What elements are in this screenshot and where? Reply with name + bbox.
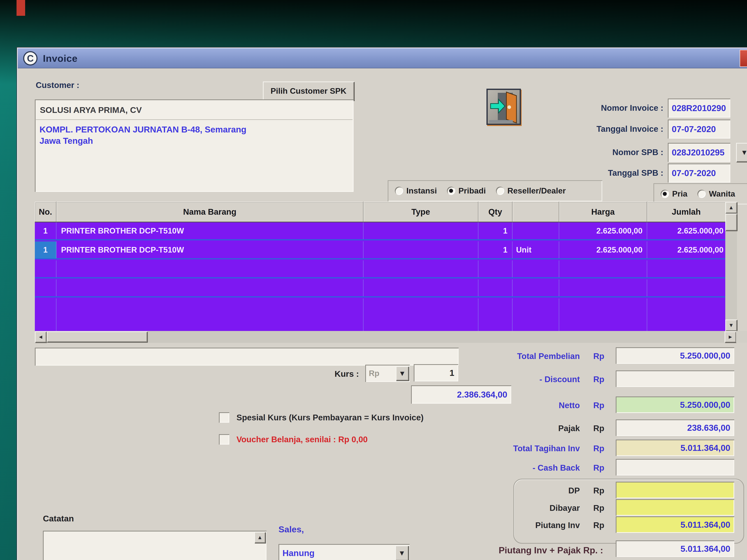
cash-back-label: - Cash Back — [472, 463, 580, 473]
kurs-currency-dropdown[interactable]: Rp ▼ — [365, 365, 410, 382]
scroll-up-icon[interactable]: ▲ — [725, 202, 737, 213]
customer-box: SOLUSI ARYA PRIMA, CV KOMPL. PERTOKOAN J… — [35, 100, 354, 192]
vertical-scroll-thumb[interactable] — [725, 214, 737, 231]
dp-label: DP — [472, 486, 580, 496]
currency-label: Rp — [593, 463, 611, 473]
notes-scroll-up-icon[interactable]: ▲ — [254, 532, 265, 543]
table-row[interactable]: 1 PRINTER BROTHER DCP-T510W 1 2.625.000,… — [35, 222, 725, 240]
radio-icon — [395, 187, 403, 195]
currency-label: Rp — [593, 503, 611, 513]
radio-icon — [496, 187, 504, 195]
radio-reseller-dealer[interactable]: Reseller/Dealer — [496, 186, 566, 195]
currency-label: Rp — [593, 374, 611, 384]
discount-field[interactable] — [616, 370, 734, 387]
radio-instansi[interactable]: Instansi — [395, 186, 437, 195]
spesial-kurs-checkbox[interactable] — [219, 412, 229, 423]
voucher-row: Voucher Belanja, senilai : Rp 0,00 — [219, 434, 367, 445]
sales-dropdown-icon[interactable]: ▼ — [395, 545, 409, 560]
scroll-left-icon[interactable]: ◄ — [35, 331, 46, 343]
dp-field[interactable] — [616, 482, 734, 498]
radio-pribadi[interactable]: Pribadi — [447, 186, 486, 195]
table-row-empty[interactable] — [35, 261, 725, 278]
info-strip-field[interactable] — [35, 348, 459, 366]
radio-icon — [697, 190, 706, 198]
address-line-1: KOMPL. PERTOKOAN JURNATAN B-48, Semarang — [40, 124, 349, 135]
customer-label: Customer : — [36, 80, 79, 90]
tanggal-invoice-label: Tanggal Invoice : — [538, 124, 663, 134]
piutang-total-field[interactable]: 5.011.364,00 — [616, 540, 734, 557]
horizontal-scrollbar[interactable]: ◄ ► — [35, 331, 736, 343]
gender-group: Pria Wanita — [653, 183, 747, 205]
currency-label: Rp — [593, 351, 611, 361]
vertical-scrollbar[interactable]: ▲ ▼ — [725, 202, 737, 331]
catatan-label: Catatan — [43, 513, 74, 524]
dibayar-label: Dibayar — [472, 503, 580, 513]
tanggal-invoice-field[interactable]: 07-07-2020 — [668, 119, 730, 138]
kurs-rate-field[interactable]: 1 — [414, 364, 458, 381]
currency-label: Rp — [593, 444, 611, 453]
spesial-kurs-label: Spesial Kurs (Kurs Pembayaran = Kurs Inv… — [236, 412, 423, 422]
kurs-label: Kurs : — [312, 369, 359, 379]
table-row-empty[interactable] — [35, 279, 725, 297]
radio-selected-icon — [661, 190, 669, 198]
piutang-total-label: Piutang Inv + Pajak Rp. : — [454, 545, 603, 556]
piutang-inv-label: Piutang Inv — [472, 520, 580, 530]
netto-label: Netto — [472, 400, 580, 410]
currency-label: Rp — [593, 400, 611, 410]
currency-label: Rp — [593, 520, 611, 530]
table-row-empty[interactable] — [35, 298, 725, 331]
col-no: No. — [35, 202, 56, 222]
app-logo-icon: C — [23, 51, 37, 65]
col-qty: Qty — [479, 202, 513, 222]
nomor-spb-label: Nomor SPB : — [538, 148, 663, 157]
pajak-field[interactable]: 238.636,00 — [616, 420, 734, 436]
close-button[interactable]: ✕ — [740, 50, 747, 67]
exit-button[interactable] — [486, 89, 521, 125]
radio-selected-icon — [447, 187, 455, 195]
nomor-spb-dropdown-button[interactable]: ▼ — [736, 143, 747, 162]
tanggal-spb-label: Tanggal SPB : — [538, 168, 663, 178]
table-body: 1 PRINTER BROTHER DCP-T510W 1 2.625.000,… — [35, 222, 725, 331]
titlebar[interactable]: C Invoice ✕ — [18, 48, 747, 69]
scroll-down-icon[interactable]: ▼ — [725, 319, 737, 331]
total-tagihan-field[interactable]: 5.011.364,00 — [616, 439, 734, 456]
voucher-checkbox[interactable] — [219, 434, 229, 445]
radio-pria[interactable]: Pria — [661, 189, 687, 198]
total-pembelian-field[interactable]: 5.250.000,00 — [616, 347, 734, 364]
piutang-inv-field[interactable]: 5.011.364,00 — [616, 516, 734, 533]
nomor-invoice-label: Nomor Invoice : — [538, 103, 663, 113]
customer-address-field[interactable]: KOMPL. PERTOKOAN JURNATAN B-48, Semarang… — [36, 121, 353, 191]
window-title: Invoice — [43, 48, 78, 69]
tanggal-spb-field[interactable]: 07-07-2020 — [668, 163, 730, 183]
kurs-dropdown-icon[interactable]: ▼ — [396, 366, 409, 380]
sales-label: Sales, — [279, 524, 304, 534]
address-line-2: Jawa Tengah — [40, 135, 349, 146]
total-tagihan-label: Total Tagihan Inv — [472, 444, 580, 453]
currency-label: Rp — [593, 423, 611, 433]
col-type: Type — [363, 202, 479, 222]
cash-back-field[interactable] — [616, 459, 734, 476]
catatan-textarea[interactable]: ▲ — [43, 531, 266, 560]
exit-door-icon — [488, 90, 520, 124]
pilih-customer-spk-button[interactable]: Pilih Customer SPK — [263, 81, 354, 101]
nomor-invoice-field[interactable]: 028R2010290 — [668, 99, 730, 117]
sales-dropdown[interactable]: Hanung ▼ — [279, 544, 410, 560]
col-unit — [513, 202, 559, 222]
customer-type-group: Instansi Pribadi Reseller/Dealer — [388, 180, 602, 202]
dibayar-field[interactable] — [616, 499, 734, 516]
customer-name-field[interactable]: SOLUSI ARYA PRIMA, CV — [36, 101, 353, 120]
currency-label: Rp — [593, 486, 611, 496]
voucher-label: Voucher Belanja, senilai : Rp 0,00 — [236, 434, 367, 444]
spesial-kurs-row: Spesial Kurs (Kurs Pembayaran = Kurs Inv… — [219, 412, 423, 423]
pajak-label: Pajak — [472, 423, 580, 433]
radio-wanita[interactable]: Wanita — [697, 189, 735, 198]
col-jumlah: Jumlah — [647, 202, 725, 222]
scroll-right-icon[interactable]: ► — [725, 331, 736, 343]
total-pembelian-label: Total Pembelian — [472, 351, 580, 361]
invoice-window: C Invoice ✕ Customer : Pilih Customer SP… — [17, 48, 747, 560]
horizontal-scroll-thumb[interactable] — [47, 331, 147, 342]
table-header: No. Nama Barang Type Qty Harga Jumlah — [35, 202, 725, 222]
nomor-spb-field[interactable]: 028J2010295 — [668, 143, 730, 162]
table-row[interactable]: 1 PRINTER BROTHER DCP-T510W 1 Unit 2.625… — [35, 241, 725, 259]
netto-field[interactable]: 5.250.000,00 — [616, 397, 734, 413]
